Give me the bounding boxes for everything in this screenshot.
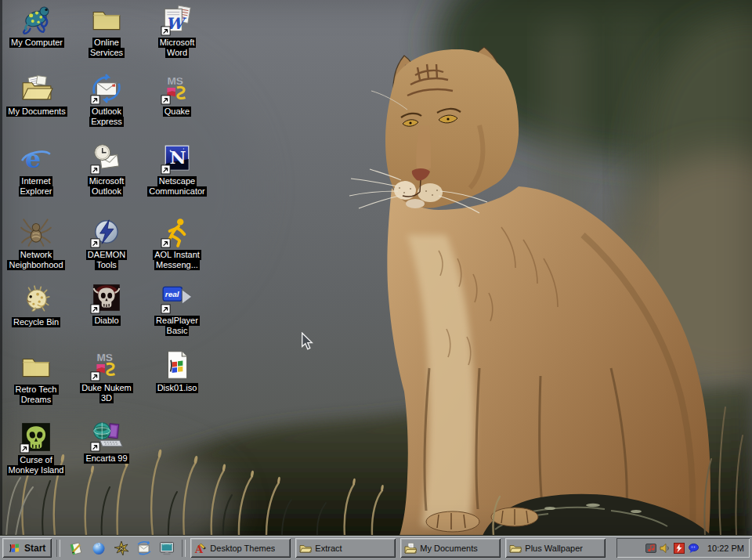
tray-icons <box>645 542 700 555</box>
start-button[interactable]: Start <box>2 538 52 558</box>
desktop-icon-aol-instant-messenger[interactable]: AOL InstantMesseng... <box>141 215 213 270</box>
svg-text:real: real <box>165 290 179 298</box>
desktop-icon-label: OutlookExpress <box>70 107 143 127</box>
desktop-icon-label: Retro TechDreams <box>0 385 72 405</box>
desktop-icon-daemon-tools[interactable]: DAEMONTools <box>70 215 143 270</box>
curse-of-monkey-island-icon <box>0 421 72 453</box>
microsoft-outlook-icon <box>70 142 143 175</box>
retro-tech-dreams-icon <box>0 350 72 383</box>
microsoft-word-icon: W <box>141 3 213 36</box>
svg-text:e: e <box>25 144 41 173</box>
desktop-icon-online-services[interactable]: OnlineServices <box>70 3 143 58</box>
desktop-icon-label: Quake <box>141 107 213 117</box>
desktop-icon-duke-nukem-3d[interactable]: MSDuke Nukem3D <box>70 349 143 403</box>
media-player-tray-icon[interactable] <box>645 542 657 555</box>
desktop-icon-my-computer[interactable]: My Computer <box>1 3 73 48</box>
desktop-icon-label: My Documents <box>1 107 73 117</box>
quicklaunch-monitor-icon[interactable] <box>156 539 177 558</box>
desktop-icon-label: My Computer <box>1 38 73 48</box>
desktop-icon-label: Diablo <box>70 316 143 326</box>
desktop-icon-microsoft-outlook[interactable]: MicrosoftOutlook <box>70 142 143 197</box>
desktop-icon-label: NetworkNeighborhood <box>0 250 72 270</box>
desktop-icon-label: Disk01.iso <box>141 383 213 393</box>
desktop-icon-label: OnlineServices <box>70 38 143 58</box>
encarta-99-icon <box>70 419 143 452</box>
quicklaunch-pen-document-icon[interactable] <box>65 539 86 558</box>
quicklaunch-mail-icon[interactable] <box>133 539 154 558</box>
desktop-icon-label: MicrosoftWord <box>141 38 213 58</box>
diablo-icon <box>70 281 143 314</box>
quicklaunch-starburst-icon[interactable] <box>110 539 132 558</box>
desktop-icon-retro-tech-dreams[interactable]: Retro TechDreams <box>0 350 72 405</box>
svg-text:N: N <box>170 146 186 168</box>
network-neighborhood-icon <box>0 215 72 248</box>
desktop-icon-label: Curse ofMonkey Island <box>0 455 72 475</box>
desktop-icon-label: MicrosoftOutlook <box>70 176 143 197</box>
start-label: Start <box>24 543 45 554</box>
my-computer-icon <box>1 3 73 36</box>
clock[interactable]: 10:22 PM <box>707 544 744 553</box>
desktop-icon-microsoft-word[interactable]: WMicrosoftWord <box>141 3 213 58</box>
task-buttons: ADesktop ThemesExtractMy DocumentsPlus W… <box>190 538 613 558</box>
task-button-extract[interactable]: Extract <box>295 538 396 558</box>
desktop-icon-curse-of-monkey-island[interactable]: Curse ofMonkey Island <box>0 421 72 475</box>
task-button-label: Plus Wallpaper <box>525 544 583 553</box>
desktop-icon-label: Duke Nukem3D <box>70 383 143 403</box>
task-button-label: Extract <box>315 544 342 553</box>
online-services-icon <box>70 3 143 36</box>
chat-tray-icon[interactable] <box>687 542 700 555</box>
screen: My ComputerMy DocumentseInternetExplorer… <box>0 0 752 560</box>
task-button-label: My Documents <box>420 544 477 553</box>
recycle-bin-icon <box>0 283 72 316</box>
realplayer-basic-icon: real <box>141 281 213 314</box>
desktop-icon-outlook-express[interactable]: OutlookExpress <box>70 72 143 127</box>
desktop-icon-quake[interactable]: MSQuake <box>141 72 213 117</box>
desktop-icon-label: DAEMONTools <box>70 250 143 270</box>
task-button-my-documents[interactable]: My Documents <box>400 538 501 558</box>
desktop-icon-recycle-bin[interactable]: Recycle Bin <box>0 283 72 327</box>
volume-tray-icon[interactable] <box>659 542 671 555</box>
aol-instant-messenger-icon <box>141 215 213 248</box>
outlook-express-icon <box>70 72 143 105</box>
daemon-tools-icon <box>70 215 143 248</box>
task-button-desktop-themes[interactable]: ADesktop Themes <box>190 538 291 558</box>
quicklaunch-water-drop-icon[interactable] <box>88 539 109 558</box>
desktop-icon-label: RealPlayerBasic <box>141 316 213 336</box>
quick-launch-bar <box>65 539 177 558</box>
desktop-icon-realplayer-basic[interactable]: realRealPlayerBasic <box>141 281 213 336</box>
quake-icon: MS <box>141 72 213 105</box>
system-tray: 10:22 PM <box>616 538 750 558</box>
svg-text:MS: MS <box>96 352 112 363</box>
task-button-plus-wallpaper[interactable]: Plus Wallpaper <box>505 538 606 558</box>
desktop-icon-my-documents[interactable]: My Documents <box>1 72 73 117</box>
taskbar-separator <box>182 540 186 557</box>
desktop-icon-network-neighborhood[interactable]: NetworkNeighborhood <box>0 215 72 270</box>
task-button-label: Desktop Themes <box>210 544 275 553</box>
windows-logo-icon <box>9 542 21 555</box>
svg-text:MS: MS <box>167 75 183 87</box>
desktop-icon-netscape-communicator[interactable]: NNetscapeCommunicator <box>141 142 213 197</box>
netscape-communicator-icon: N <box>141 142 213 175</box>
taskbar: Start ADesktop ThemesExtractMy Documents… <box>0 535 752 560</box>
desktop-icon-encarta-99[interactable]: Encarta 99 <box>70 419 143 464</box>
daemon-tools-tray-icon[interactable] <box>673 542 685 555</box>
internet-explorer-icon: e <box>0 142 72 175</box>
disk01-iso-icon <box>141 349 213 381</box>
desktop-icon-label: InternetExplorer <box>0 176 72 197</box>
desktop-icon-diablo[interactable]: Diablo <box>70 281 143 326</box>
desktop-icon-label: NetscapeCommunicator <box>141 176 213 197</box>
desktop-icon-label: AOL InstantMesseng... <box>141 250 213 270</box>
desktop[interactable]: My ComputerMy DocumentseInternetExplorer… <box>0 0 752 536</box>
taskbar-separator <box>56 540 60 557</box>
desktop-icon-disk01-iso[interactable]: Disk01.iso <box>141 349 213 393</box>
desktop-icon-label: Recycle Bin <box>0 317 72 327</box>
desktop-icon-label: Encarta 99 <box>70 453 143 464</box>
my-documents-icon <box>1 72 73 105</box>
desktop-icon-internet-explorer[interactable]: eInternetExplorer <box>0 142 72 197</box>
duke-nukem-3d-icon: MS <box>70 349 143 381</box>
